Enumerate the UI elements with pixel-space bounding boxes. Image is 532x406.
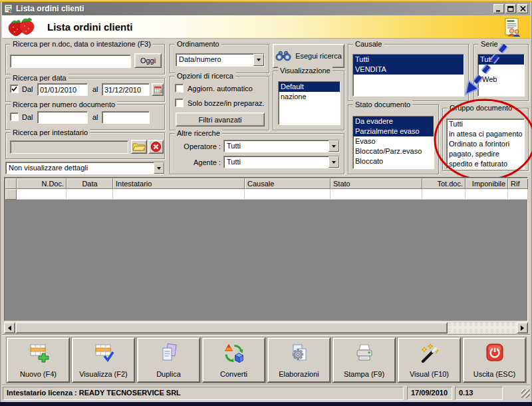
- table-header-row: N.Doc. Data Intestatario Causale Stato T…: [5, 178, 528, 189]
- table-add-icon: [27, 343, 50, 363]
- title-bar[interactable]: Lista ordini clienti: [2, 2, 530, 15]
- groupbox-label: Ricerca per data: [11, 74, 68, 83]
- list-item[interactable]: Tutti: [478, 55, 524, 65]
- agent-label: Agente :: [173, 158, 221, 167]
- scroll-left-button[interactable]: [4, 322, 15, 333]
- duplica-button[interactable]: Duplica: [137, 337, 200, 383]
- dropdown-arrow-button[interactable]: [329, 140, 339, 152]
- stato-listbox[interactable]: Da evadere Parzialmente evaso Evaso Bloc…: [352, 116, 434, 169]
- minimize-icon: [495, 6, 502, 12]
- visualization-listbox[interactable]: Default nazione: [278, 81, 340, 125]
- window-bottom-edge: [0, 402, 532, 406]
- drafts-only-checkbox[interactable]: [175, 99, 184, 107]
- clear-intestatario-button[interactable]: [148, 140, 164, 154]
- list-item[interactable]: VENDITA: [353, 65, 464, 75]
- binoculars-icon: [275, 51, 291, 61]
- calendar-button[interactable]: 12: [152, 83, 164, 96]
- date-from-input[interactable]: [37, 83, 88, 96]
- browse-intestatario-button[interactable]: [131, 140, 147, 154]
- stampa-button[interactable]: Stampa (F9): [332, 337, 396, 383]
- agent-dropdown[interactable]: Tutti: [223, 156, 340, 168]
- nuovo-button[interactable]: Nuovo (F4): [7, 337, 70, 383]
- table-cell: [17, 189, 66, 200]
- column-header-data[interactable]: Data: [66, 178, 113, 189]
- operator-dropdown[interactable]: Tutti: [223, 140, 340, 152]
- minimize-button[interactable]: [493, 4, 504, 13]
- button-label: Stampa (F9): [344, 370, 384, 378]
- groupbox-label: Stato documento: [353, 101, 412, 109]
- column-header-imponibile[interactable]: Imponibile: [466, 178, 508, 189]
- column-header-intestatario[interactable]: Intestatario: [113, 178, 245, 189]
- svg-text:12: 12: [159, 90, 162, 93]
- dropdown-arrow-button[interactable]: [329, 156, 339, 168]
- close-button[interactable]: [517, 4, 528, 13]
- search-doc-input[interactable]: [10, 55, 131, 68]
- ordering-dropdown[interactable]: Data/numero: [176, 53, 265, 67]
- list-item[interactable]: pagato, spedire: [447, 149, 524, 159]
- list-item[interactable]: in attesa ci pagamento: [447, 129, 524, 139]
- list-item[interactable]: Parzialmente evaso: [353, 126, 434, 136]
- status-date: 17/09/2010: [407, 387, 452, 400]
- column-header-causale[interactable]: Causale: [245, 178, 331, 189]
- visual-button[interactable]: Visual (F10): [398, 337, 461, 383]
- list-item[interactable]: [478, 65, 524, 75]
- ordering-dropdown-value: Data/numero: [176, 54, 253, 66]
- maximize-button[interactable]: [505, 4, 516, 13]
- list-item[interactable]: Da evadere: [353, 116, 434, 126]
- number-range-checkbox[interactable]: [10, 112, 19, 121]
- list-item[interactable]: Tutti: [353, 55, 464, 65]
- button-label: Visual (F10): [410, 370, 449, 378]
- list-item[interactable]: Bloccato: [353, 156, 434, 166]
- uscita-button[interactable]: Uscita (ESC): [463, 337, 526, 383]
- list-item[interactable]: nazione: [279, 92, 340, 102]
- intestatario-input: [10, 140, 128, 154]
- groupbox-label: Gruppo documento: [448, 104, 514, 112]
- execute-search-button[interactable]: Esegui ricerca: [273, 44, 344, 68]
- visualizza-button[interactable]: Visualizza (F2): [72, 337, 135, 383]
- column-header-rif[interactable]: Rif: [508, 178, 528, 189]
- scrollbar-track[interactable]: [448, 322, 517, 333]
- serie-listbox[interactable]: Tutti /Web: [477, 54, 525, 97]
- causale-listbox[interactable]: Tutti VENDITA: [352, 54, 464, 97]
- groupbox-label: Ricerca per intestatario: [11, 128, 90, 137]
- list-item[interactable]: Ordinato a forintori: [447, 139, 524, 149]
- column-header-stato[interactable]: Stato: [331, 178, 422, 189]
- list-item[interactable]: /Web: [478, 75, 524, 85]
- delete-x-icon: [150, 141, 162, 152]
- groupbox-gruppo-documento: Gruppo documento Tutti in attesa ci paga…: [442, 108, 529, 171]
- list-item[interactable]: Evaso: [353, 136, 434, 146]
- list-item[interactable]: Tutti: [447, 119, 524, 129]
- column-header-ndoc[interactable]: N.Doc.: [17, 178, 66, 189]
- duplicate-documents-icon: [158, 343, 180, 363]
- scrollbar-thumb[interactable]: [15, 322, 448, 333]
- chevron-down-icon: [257, 59, 261, 61]
- number-to-input[interactable]: [102, 111, 150, 124]
- groupbox-altre-ricerche: Altre ricerche Operatore : Tutti Agente …: [170, 133, 344, 174]
- button-label: Elaborazioni: [279, 370, 319, 378]
- power-icon: [483, 343, 506, 363]
- gruppo-listbox[interactable]: Tutti in attesa ci pagamento Ordinato a …: [446, 118, 525, 169]
- dropdown-arrow-button[interactable]: [154, 162, 164, 174]
- column-header-totdoc[interactable]: Tot.doc.: [422, 178, 466, 189]
- strawberries-logo-icon: [6, 17, 38, 37]
- window-title: Lista ordini clienti: [16, 4, 492, 13]
- column-header-selector[interactable]: [5, 178, 17, 189]
- scroll-right-button[interactable]: [517, 322, 528, 333]
- auto-refresh-checkbox[interactable]: [175, 84, 184, 93]
- date-to-input[interactable]: [102, 83, 150, 96]
- elaborazioni-button[interactable]: Elaborazioni: [267, 337, 331, 383]
- advanced-filters-button[interactable]: Filtri avanzati: [176, 112, 265, 126]
- table-cell: [113, 189, 245, 200]
- table-row[interactable]: [5, 189, 528, 200]
- list-item[interactable]: Bloccato/Parz.evaso: [353, 146, 434, 156]
- converti-button[interactable]: Converti: [202, 337, 265, 383]
- list-item[interactable]: spedito e fatturato: [447, 159, 524, 169]
- resize-grip[interactable]: [521, 389, 530, 398]
- list-item[interactable]: Default: [279, 82, 340, 92]
- number-from-input[interactable]: [37, 111, 88, 124]
- dropdown-arrow-button[interactable]: [253, 54, 264, 66]
- horizontal-scrollbar[interactable]: [4, 322, 528, 333]
- date-range-checkbox[interactable]: [10, 85, 19, 93]
- details-dropdown[interactable]: Non visualizzare dettagli: [5, 162, 165, 174]
- today-button[interactable]: Oggi: [134, 53, 162, 68]
